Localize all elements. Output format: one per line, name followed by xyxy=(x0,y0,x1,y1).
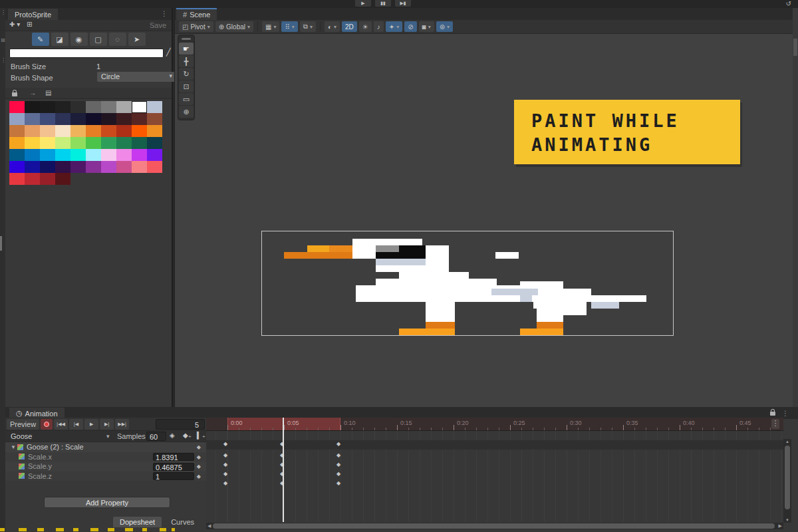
foldout-icon[interactable]: ▼ xyxy=(11,444,16,450)
palette-swatch[interactable] xyxy=(101,161,116,173)
palette-swatch[interactable] xyxy=(25,173,40,185)
palette-swatch[interactable] xyxy=(101,125,116,137)
tab-dopesheet[interactable]: Dopesheet xyxy=(113,517,162,527)
track-row-scale-z[interactable]: Scale.z 1 ◆ xyxy=(5,471,206,481)
grid-snap-button[interactable]: ⠿▾ xyxy=(281,21,297,32)
palette-swatch[interactable] xyxy=(86,137,101,149)
keyframe-diamond[interactable]: ◆ xyxy=(223,441,227,447)
palette-swatch[interactable] xyxy=(116,137,132,149)
lock-icon[interactable] xyxy=(12,90,17,98)
palette-swatch[interactable] xyxy=(132,101,147,113)
palette-swatch[interactable] xyxy=(25,101,40,113)
keyframe-diamond[interactable]: ◆ xyxy=(336,471,340,477)
palette-swatch[interactable] xyxy=(147,149,162,161)
pause-button[interactable]: ▮▮ xyxy=(375,0,391,7)
overlay-drag-handle[interactable] xyxy=(182,38,191,40)
step-button[interactable]: ▶▮ xyxy=(395,0,411,7)
preview-toggle[interactable]: Preview xyxy=(7,419,39,430)
palette-swatch[interactable] xyxy=(101,149,116,161)
palette-swatch[interactable] xyxy=(70,101,86,113)
tab-scene[interactable]: # Scene xyxy=(176,8,217,20)
clip-dropdown[interactable]: Goose xyxy=(11,432,32,440)
palette-swatch[interactable] xyxy=(40,137,55,149)
scroll-down-icon[interactable]: ▼ xyxy=(785,518,789,522)
palette-swatch[interactable] xyxy=(132,137,147,149)
palette-swatch[interactable] xyxy=(86,101,101,113)
panel-menu-icon[interactable]: ⋮ xyxy=(782,410,789,417)
playhead[interactable] xyxy=(283,418,284,522)
cursor-tool[interactable]: ➤ xyxy=(128,33,146,46)
scene-visibility-button[interactable]: ⊘ xyxy=(404,21,416,32)
keyframe-diamond[interactable]: ◆ xyxy=(336,480,340,486)
palette-swatch[interactable] xyxy=(55,125,70,137)
move-snap-button[interactable]: ⧉▾ xyxy=(300,21,316,32)
grid-visibility-button[interactable]: ▦▾ xyxy=(262,21,279,32)
brush-tool[interactable]: ✎ xyxy=(32,33,49,46)
palette-swatch[interactable] xyxy=(147,161,162,173)
pivot-toggle[interactable]: ◰Pivot▾ xyxy=(179,21,213,32)
palette-swatch[interactable] xyxy=(55,113,70,125)
effects-button[interactable]: ✦▾ xyxy=(386,21,402,32)
camera-button[interactable]: ◙▾ xyxy=(419,21,434,32)
mode-2d-button[interactable]: 2D xyxy=(342,21,357,32)
move-tool[interactable]: ╋ xyxy=(179,55,194,67)
palette-swatch[interactable] xyxy=(132,125,147,137)
global-toggle[interactable]: ⊕Global▾ xyxy=(215,21,253,32)
save-button[interactable]: Save xyxy=(150,21,166,29)
palette-swatch[interactable] xyxy=(55,137,70,149)
palette-swatch[interactable] xyxy=(55,173,70,185)
hscroll-handle[interactable] xyxy=(213,523,775,529)
brush-shape-dropdown[interactable]: Circle ▾ xyxy=(97,72,176,82)
goose-sprite-bounds[interactable] xyxy=(261,231,674,336)
timeline-menu-icon[interactable]: ⋮ xyxy=(771,419,779,429)
tab-protosprite[interactable]: ProtoSprite xyxy=(8,8,58,20)
play-button[interactable]: ▶ xyxy=(355,0,371,7)
palette-swatch[interactable] xyxy=(40,161,55,173)
import-palette-icon[interactable]: → xyxy=(29,89,36,96)
keyframe-diamond-icon[interactable]: ◆ xyxy=(197,464,201,469)
keyframe-diamond-icon[interactable]: ◆ xyxy=(197,454,201,460)
palette-swatch[interactable] xyxy=(55,161,70,173)
first-key-button[interactable]: |◀◀ xyxy=(54,419,68,430)
scroll-left-icon[interactable]: ◀ xyxy=(207,523,211,529)
rotate-tool[interactable]: ↻ xyxy=(179,68,194,80)
audio-button[interactable]: ♪ xyxy=(374,21,384,32)
next-key-button[interactable]: ▶| xyxy=(100,419,114,430)
current-color-swatch[interactable] xyxy=(9,49,164,58)
keyframe-diamond[interactable]: ◆ xyxy=(223,452,227,458)
palette-swatch[interactable] xyxy=(40,101,55,113)
save-palette-icon[interactable]: ▤ xyxy=(45,89,51,96)
keyframe-diamond[interactable]: ◆ xyxy=(336,452,340,458)
current-frame-field[interactable]: 5 xyxy=(156,419,205,430)
palette-swatch[interactable] xyxy=(147,125,162,137)
palette-swatch[interactable] xyxy=(116,113,132,125)
palette-swatch[interactable] xyxy=(9,149,25,161)
keyframe-diamond-icon[interactable]: ◆ xyxy=(197,473,201,479)
samples-field[interactable]: 60 xyxy=(146,432,166,441)
scale-z-value-field[interactable]: 1 xyxy=(153,472,194,480)
palette-swatch[interactable] xyxy=(101,101,116,113)
palette-swatch[interactable] xyxy=(70,125,86,137)
palette-swatch[interactable] xyxy=(147,101,162,113)
palette-swatch[interactable] xyxy=(116,125,132,137)
vertical-scrollbar[interactable]: ▲ ▼ xyxy=(783,439,791,523)
brush-size-value[interactable]: 1 xyxy=(96,63,100,70)
eraser-tool[interactable]: ◪ xyxy=(51,33,68,46)
add-event-button[interactable]: ▍₊ xyxy=(197,432,205,439)
gizmos-button[interactable]: ⊛▾ xyxy=(436,21,453,32)
palette-swatch[interactable] xyxy=(55,101,70,113)
last-key-button[interactable]: ▶▶| xyxy=(115,419,129,430)
keyframe-diamond[interactable]: ◆ xyxy=(336,462,340,467)
tab-curves[interactable]: Curves xyxy=(164,517,201,527)
palette-swatch[interactable] xyxy=(9,101,25,113)
palette-swatch[interactable] xyxy=(9,137,25,149)
palette-swatch[interactable] xyxy=(55,149,70,161)
palette-swatch[interactable] xyxy=(40,149,55,161)
palette-swatch[interactable] xyxy=(70,161,86,173)
palette-swatch[interactable] xyxy=(116,161,132,173)
record-toggle[interactable] xyxy=(41,419,53,430)
timeline-ruler[interactable]: ⋮ 0:000:050:100:150:200:250:300:350:400:… xyxy=(206,418,783,431)
rect-select-tool[interactable]: ▢ xyxy=(90,33,107,46)
panel-menu-icon[interactable]: ⋮ xyxy=(161,10,168,17)
lighting-button[interactable]: ☀ xyxy=(359,21,372,32)
